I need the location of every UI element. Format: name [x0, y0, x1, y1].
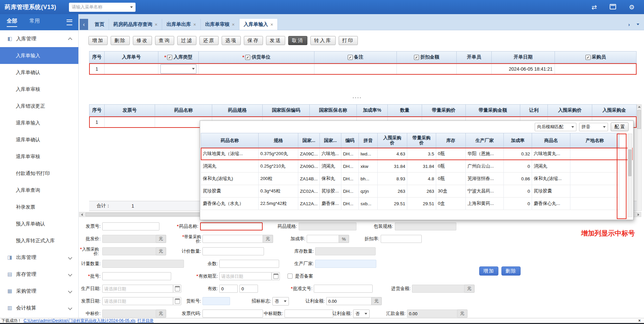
config-button[interactable]: 配 置 — [611, 122, 629, 131]
expiry-date-field[interactable] — [219, 272, 280, 280]
grid-cell-8[interactable] — [555, 63, 637, 75]
grid-cell-3[interactable] — [199, 63, 314, 75]
match-mode-select[interactable]: 向后模糊匹配 — [535, 123, 576, 131]
export-window-icon[interactable] — [610, 4, 616, 10]
invoice-date-input[interactable] — [102, 297, 173, 305]
vertical-scrollbar[interactable] — [637, 104, 642, 211]
sync-icon[interactable]: ⇄ — [592, 4, 597, 10]
sidebar-item-0-3[interactable]: 入库错误更正 — [0, 98, 78, 114]
search-field-select[interactable]: 拼音 — [579, 123, 608, 131]
popup-row-4[interactable]: 麝香保心丸（水丸）22.5mg*42粒ZA12A...麝香保...DH...sx… — [201, 197, 633, 210]
valid-input-2[interactable] — [239, 285, 258, 293]
sidebar-item-0-1[interactable]: 入库单确认 — [0, 64, 78, 81]
remainder-input[interactable] — [219, 260, 279, 268]
rebate-amount-input[interactable] — [326, 297, 372, 305]
sidebar-item-0-11[interactable]: 预入库转正式入库 — [0, 232, 78, 249]
popup-row-1[interactable]: 消渴丸0.25g*210丸ZA09G...消渴丸DH...xkw31.8431.… — [201, 160, 633, 173]
drug-name-input[interactable] — [200, 222, 263, 230]
toolbar-button-7[interactable]: 保存 — [244, 36, 263, 45]
sidebar-item-0-8[interactable]: 入库单查询 — [0, 182, 78, 199]
invoice-code-input[interactable] — [202, 310, 263, 318]
add-item-button[interactable]: 增加 — [479, 266, 498, 276]
record-checkbox[interactable] — [288, 274, 293, 279]
production-date-input[interactable] — [102, 285, 173, 293]
scroll-up-icon[interactable] — [637, 105, 641, 109]
discount-rate-input[interactable] — [381, 235, 422, 243]
tab-close-icon[interactable]: × — [193, 22, 196, 27]
delete-item-button[interactable]: 删除 — [501, 266, 521, 276]
grid-cell-2[interactable] — [158, 63, 199, 75]
pricing-qty-input[interactable] — [202, 247, 264, 255]
sidebar-group-1[interactable]: ◨出库管理 — [0, 249, 78, 266]
inbound-type-select[interactable] — [160, 64, 196, 74]
toolbar-button-4[interactable]: 过滤 — [177, 36, 196, 45]
markup-rate-input[interactable] — [307, 235, 339, 243]
close-icon[interactable]: × — [638, 318, 644, 323]
cabinet-no-input[interactable] — [202, 297, 230, 305]
popup-scrollbar-thumb[interactable] — [628, 149, 632, 176]
tab-4[interactable]: 入库单输入× — [239, 19, 278, 30]
sidebar-tab-common[interactable]: 常用 — [29, 17, 40, 27]
toolbar-button-10[interactable]: 转入库 — [310, 36, 336, 45]
tab-2[interactable]: 出库单出库× — [162, 19, 201, 30]
tab-1[interactable]: 药房药品库存查询× — [109, 19, 162, 30]
volume-price-input[interactable] — [202, 235, 263, 243]
winning-period-input[interactable] — [285, 310, 333, 318]
toolbar-button-8[interactable]: 发送 — [266, 36, 285, 45]
toolbar-button-5[interactable]: 还原 — [199, 36, 219, 45]
popup-row-2[interactable]: 保和丸(浓缩丸)200粒ZA14B...保和丸DH...bh...8.934.8… — [201, 173, 633, 185]
approval-no-input[interactable] — [314, 285, 373, 293]
invoice-no-input[interactable] — [102, 222, 159, 230]
sidebar-group-0[interactable]: ◧入库管理 — [0, 30, 78, 47]
tab-close-icon[interactable]: × — [270, 22, 273, 27]
grid-cell-1[interactable] — [105, 63, 158, 75]
order-grid-row[interactable]: 12024-06-05 18:41:21 — [89, 63, 637, 75]
tab-menu-icon[interactable] — [637, 24, 639, 25]
tab-0[interactable]: 首页 — [90, 19, 109, 30]
manufacturer-input[interactable] — [315, 260, 376, 268]
splitter-handle[interactable] — [353, 97, 361, 98]
toolbar-button-3[interactable]: 查询 — [155, 36, 174, 45]
sidebar-item-0-9[interactable]: 补录发票 — [0, 199, 78, 215]
sidebar-item-0-5[interactable]: 退库单确认 — [0, 131, 78, 148]
popup-scrollbar[interactable] — [628, 134, 632, 217]
toolbar-button-1[interactable]: 删除 — [111, 36, 130, 45]
toolbar-button-11[interactable]: 打印 — [339, 36, 358, 45]
calendar-icon[interactable] — [173, 285, 181, 293]
scroll-left-icon[interactable] — [79, 212, 84, 217]
production-date-field[interactable] — [102, 285, 181, 293]
tab-3[interactable]: 出库单审核× — [201, 19, 239, 30]
calendar-icon[interactable] — [272, 272, 280, 280]
rebate-flag-select[interactable]: 否 — [353, 310, 370, 318]
popup-row-3[interactable]: 芪珍胶囊0.3g*45粒ZC02A...芪珍胶...DH...qzjn26326… — [201, 185, 633, 197]
grid-cell-4[interactable] — [314, 63, 397, 75]
sidebar-item-0-10[interactable]: 预入库单确认 — [0, 215, 78, 232]
sidebar-item-0-0[interactable]: 入库单输入 — [0, 47, 78, 64]
batch-no-input[interactable] — [102, 272, 171, 280]
downloaded-file-link[interactable]: C:\Users\admin\Desktop\门诊科室药品收入统计2024-06… — [24, 318, 136, 324]
sidebar-item-0-2[interactable]: 入库单审核 — [0, 81, 78, 98]
expiry-date-input[interactable] — [219, 272, 272, 280]
toolbar-button-6[interactable]: 选项 — [222, 36, 241, 45]
sidebar-tab-all[interactable]: 全部 — [7, 17, 17, 27]
tab-scroll-left-icon[interactable]: ‹ — [80, 19, 88, 30]
settings-gear-icon[interactable]: ⚙ — [629, 4, 635, 10]
grid-cell-0[interactable]: 1 — [89, 63, 105, 75]
popup-row-0[interactable]: 六味地黄丸（浓缩...0.375g*200丸ZA09C...六味地...DH..… — [201, 148, 633, 160]
tab-close-icon[interactable]: × — [155, 22, 157, 27]
menu-search-select[interactable]: 请输入菜单名称 — [69, 3, 136, 12]
grid-cell-7[interactable]: 2024-06-05 18:41:21 — [492, 63, 555, 75]
invoice-date-field[interactable] — [102, 297, 181, 305]
menu-collapse-icon[interactable] — [67, 20, 72, 25]
tab-close-icon[interactable]: × — [232, 22, 234, 27]
tender-flag-select[interactable]: 否 — [272, 297, 289, 305]
valid-input-1[interactable] — [219, 285, 238, 293]
sidebar-group-4[interactable]: ▥会计核算 — [0, 299, 78, 316]
sidebar-group-3[interactable]: ▦采购管理 — [0, 283, 78, 299]
grid-cell-6[interactable] — [457, 63, 492, 75]
tab-scroll-right-icon[interactable]: › — [628, 22, 630, 27]
toolbar-button-2[interactable]: 修改 — [133, 36, 152, 45]
grid-cell-5[interactable] — [397, 63, 457, 75]
vscrollbar-thumb[interactable] — [637, 110, 641, 129]
sidebar-item-0-7[interactable]: 付款通知书打印 — [0, 165, 78, 182]
